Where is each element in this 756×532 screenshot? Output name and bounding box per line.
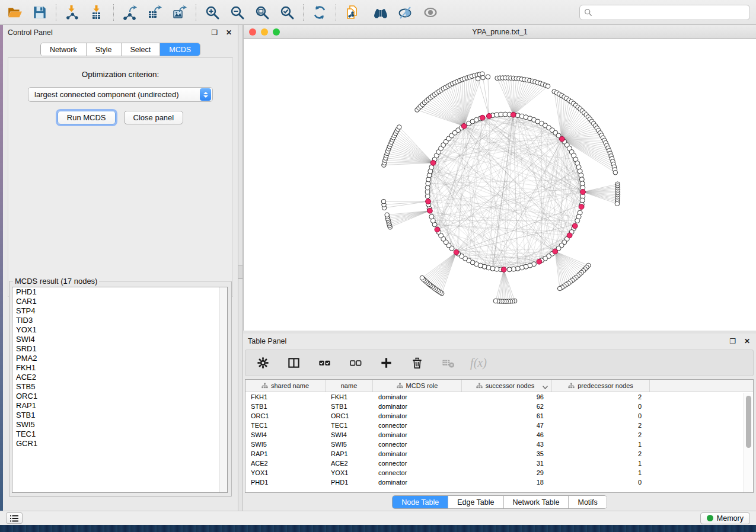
tab-motifs[interactable]: Motifs bbox=[569, 496, 606, 508]
table-cell: 0 bbox=[552, 411, 650, 421]
mcds-result-item[interactable]: PHD1 bbox=[12, 287, 227, 297]
run-mcds-button[interactable]: Run MCDS bbox=[58, 111, 116, 124]
splitter-handle[interactable] bbox=[238, 265, 243, 279]
table-scrollbar[interactable] bbox=[744, 393, 752, 492]
zoom-fit-button[interactable] bbox=[253, 4, 271, 21]
table-cell: 2 bbox=[552, 421, 650, 430]
close-panel-icon[interactable]: ✕ bbox=[225, 28, 233, 37]
table-row[interactable]: STB1STB1dominator620 bbox=[245, 402, 753, 411]
mcds-result-item[interactable]: YOX1 bbox=[12, 325, 227, 335]
save-session-button[interactable] bbox=[31, 4, 49, 21]
table-row[interactable]: ACE2ACE2connector311 bbox=[245, 459, 753, 468]
mcds-result-list[interactable]: PHD1CAR1STP4TID3YOX1SWI4SRD1PMA2FKH1ACE2… bbox=[12, 287, 228, 493]
table-cell: 2 bbox=[552, 392, 650, 402]
add-column-button[interactable] bbox=[377, 354, 395, 372]
table-row[interactable]: SWI4SWI4dominator462 bbox=[245, 430, 753, 440]
column-header-predecessor-nodes[interactable]: predecessor nodes bbox=[552, 380, 650, 392]
table-row[interactable]: ORC1ORC1dominator610 bbox=[245, 411, 753, 421]
mcds-result-item[interactable]: STB5 bbox=[12, 382, 227, 392]
show-hide-icon bbox=[423, 5, 438, 20]
tab-edge-table[interactable]: Edge Table bbox=[448, 496, 503, 508]
new-network-from-selection-button[interactable] bbox=[343, 4, 361, 21]
import-network-button[interactable] bbox=[63, 4, 81, 21]
table-cell: 31 bbox=[462, 459, 552, 468]
mcds-result-item[interactable]: TEC1 bbox=[12, 430, 227, 439]
select-all-columns-button[interactable] bbox=[315, 354, 333, 372]
settings-gear-button[interactable] bbox=[254, 354, 272, 372]
search-box[interactable] bbox=[579, 5, 750, 20]
tab-network-table[interactable]: Network Table bbox=[504, 496, 569, 508]
column-header-shared-name[interactable]: shared name bbox=[245, 380, 326, 392]
table-cell: SWI4 bbox=[245, 430, 326, 440]
style-preview-button[interactable] bbox=[397, 4, 414, 21]
export-network-button[interactable] bbox=[121, 4, 139, 21]
close-table-panel-icon[interactable]: ✕ bbox=[743, 337, 751, 345]
mcds-result-item[interactable]: SWI4 bbox=[12, 335, 227, 344]
tab-style[interactable]: Style bbox=[87, 43, 122, 56]
node-table[interactable]: shared namenameMCDS rolesuccessor nodesp… bbox=[245, 379, 754, 493]
mcds-result-item[interactable]: PMA2 bbox=[12, 354, 227, 363]
zoom-out-button[interactable] bbox=[228, 4, 246, 21]
zoom-selected-button[interactable] bbox=[278, 4, 296, 21]
table-cell: ORC1 bbox=[245, 411, 326, 421]
mcds-result-item[interactable]: SRD1 bbox=[12, 344, 227, 354]
table-row[interactable]: FKH1FKH1dominator962 bbox=[245, 392, 753, 402]
export-table-button[interactable] bbox=[146, 4, 164, 21]
mcds-result-item[interactable]: CAR1 bbox=[12, 297, 227, 306]
mcds-tab-content: Optimization criterion: largest connecte… bbox=[8, 57, 233, 297]
network-titlebar: YPA_prune.txt_1 bbox=[244, 25, 756, 39]
mcds-result-item[interactable]: RAP1 bbox=[12, 401, 227, 411]
export-image-button[interactable] bbox=[171, 4, 189, 21]
mcds-result-item[interactable]: STP4 bbox=[12, 306, 227, 316]
mcds-result-item[interactable]: FKH1 bbox=[12, 363, 227, 373]
table-cell: dominator bbox=[373, 402, 462, 411]
mcds-result-item[interactable]: ACE2 bbox=[12, 373, 227, 382]
toggle-panes-button[interactable] bbox=[285, 354, 302, 372]
column-header-name[interactable]: name bbox=[326, 380, 373, 392]
task-history-button[interactable] bbox=[6, 512, 23, 524]
mcds-result-item[interactable]: GCR1 bbox=[12, 439, 227, 448]
memory-button[interactable]: Memory bbox=[700, 512, 750, 524]
table-row[interactable]: TEC1TEC1connector472 bbox=[245, 421, 753, 430]
network-graph[interactable] bbox=[244, 39, 756, 330]
table-cell: connector bbox=[373, 468, 462, 477]
function-builder-button[interactable]: f(x) bbox=[470, 354, 487, 372]
table-cell: ACE2 bbox=[245, 459, 326, 468]
column-header-MCDS-role[interactable]: MCDS role bbox=[373, 380, 462, 392]
unselect-all-columns-button[interactable] bbox=[346, 354, 364, 372]
delete-column-button[interactable] bbox=[408, 354, 426, 372]
show-hide-button[interactable] bbox=[422, 4, 439, 21]
open-session-button[interactable] bbox=[6, 4, 24, 21]
table-row[interactable]: YOX1YOX1connector291 bbox=[245, 468, 753, 477]
new-network-from-selection-icon bbox=[344, 5, 360, 20]
mcds-result-item[interactable]: STB1 bbox=[12, 411, 227, 420]
tab-node-table[interactable]: Node Table bbox=[393, 496, 448, 508]
refresh-button[interactable] bbox=[311, 4, 328, 21]
tab-mcds[interactable]: MCDS bbox=[160, 43, 200, 56]
vertical-splitter[interactable] bbox=[238, 25, 243, 511]
table-row[interactable]: SWI5SWI5connector431 bbox=[245, 440, 753, 449]
delete-table-button[interactable] bbox=[439, 354, 457, 372]
mcds-list-scrollbar[interactable] bbox=[219, 287, 227, 492]
first-neighbors-button[interactable] bbox=[372, 4, 390, 21]
table-row[interactable]: PHD1PHD1dominator180 bbox=[245, 477, 753, 487]
search-input[interactable] bbox=[595, 6, 745, 19]
function-builder-icon: f(x) bbox=[470, 356, 487, 370]
network-canvas[interactable] bbox=[244, 39, 756, 330]
float-table-panel-icon[interactable]: ❒ bbox=[729, 337, 737, 345]
table-row[interactable]: RAP1RAP1dominator352 bbox=[245, 449, 753, 459]
table-cell: 29 bbox=[462, 468, 552, 477]
mcds-result-item[interactable]: SWI5 bbox=[12, 420, 227, 430]
float-panel-icon[interactable]: ❒ bbox=[210, 28, 219, 37]
table-cell: RAP1 bbox=[326, 449, 373, 459]
import-table-button[interactable] bbox=[88, 4, 106, 21]
mcds-result-item[interactable]: TID3 bbox=[12, 316, 227, 325]
mcds-result-item[interactable]: ORC1 bbox=[12, 392, 227, 401]
open-session-icon bbox=[7, 5, 23, 20]
close-panel-button[interactable]: Close panel bbox=[124, 111, 184, 124]
criterion-dropdown[interactable]: largest connected component (undirected) bbox=[28, 87, 213, 102]
tab-select[interactable]: Select bbox=[122, 43, 161, 56]
column-header-successor-nodes[interactable]: successor nodes bbox=[462, 380, 552, 392]
zoom-in-button[interactable] bbox=[203, 4, 221, 21]
tab-network[interactable]: Network bbox=[41, 43, 87, 56]
